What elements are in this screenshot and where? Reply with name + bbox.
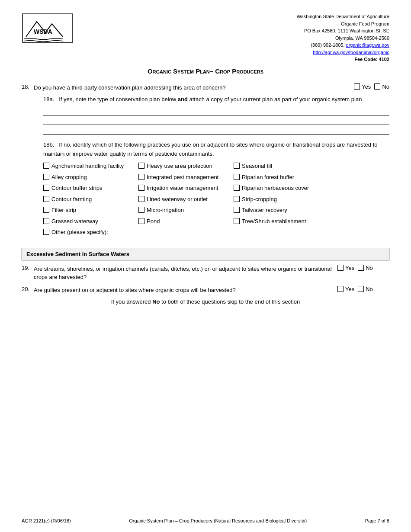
q19-text: Are streams, shorelines, or irrigation c…: [34, 265, 337, 282]
q19-number: 19.: [22, 265, 34, 271]
practice-riparian-herb: Riparian herbaceous cover: [234, 184, 324, 192]
practices-grid: Agrichemical handling facility Alley cro…: [43, 162, 389, 239]
practice-other: Other (please specify):: [43, 228, 134, 237]
header: WSDA Washington State Department of Agri…: [22, 13, 389, 63]
footer-right: Page 7 of 8: [365, 518, 389, 523]
practice-tailwater: Tailwater recovery: [234, 206, 324, 215]
q18b-text: If no, identify which of the following p…: [43, 141, 378, 157]
q18a-bold: and: [178, 96, 188, 103]
cb-micro-irrigation[interactable]: [138, 207, 144, 213]
cb-strip-cropping[interactable]: [234, 196, 240, 202]
practice-riparian-forest: Riparian forest buffer: [234, 173, 324, 182]
cb-riparian-herb[interactable]: [234, 185, 240, 191]
q20-yes-label[interactable]: Yes: [337, 286, 354, 292]
practice-ipm: Integrated pest management: [138, 173, 229, 182]
practice-agrichemical: Agrichemical handling facility: [43, 162, 134, 170]
practices-col3: Seasonal till Riparian forest buffer Rip…: [234, 162, 324, 239]
practice-filter-strip: Filter strip: [43, 206, 134, 215]
q18b-row: 18b. If no, identify which of the follow…: [43, 141, 389, 159]
q18-text: Do you have a third-party conservation p…: [34, 83, 337, 92]
cb-tree-shrub[interactable]: [234, 218, 240, 224]
cb-other[interactable]: [43, 229, 49, 235]
page-title: Organic System Plan– Crop Producers: [22, 67, 389, 75]
q18a-text-after: attach a copy of your current plan as pa…: [188, 96, 362, 103]
question-19-row: 19. Are streams, shorelines, or irrigati…: [22, 265, 389, 282]
cb-heavy-use[interactable]: [138, 163, 144, 169]
practice-contour-farming: Contour farming: [43, 195, 134, 204]
q18a-text-before: If yes, note the type of conservation pl…: [59, 96, 178, 103]
footer-center: Organic System Plan – Crop Producers (Na…: [129, 518, 307, 523]
q20-yesno: Yes No: [337, 286, 389, 292]
question-20-row: 20. Are gullies present on or adjacent t…: [22, 286, 389, 295]
q19-yesno: Yes No: [337, 265, 389, 271]
cb-irrigation[interactable]: [138, 185, 144, 191]
practice-grassed-waterway: Grassed waterway: [43, 217, 134, 226]
q18-number: 18.: [22, 83, 34, 90]
wsda-logo: WSDA: [22, 13, 74, 43]
svg-text:WSDA: WSDA: [34, 28, 52, 35]
question-18-row: 18. Do you have a third-party conservati…: [22, 83, 389, 92]
q18a-label: 18a.: [43, 96, 54, 103]
footer: AGR 2121(e) (R/06/18) Organic System Pla…: [22, 518, 389, 523]
cb-pond[interactable]: [138, 218, 144, 224]
email-link[interactable]: organic@agr.wa.gov: [346, 42, 389, 48]
q18-yes-label[interactable]: Yes: [354, 83, 371, 90]
header-text: Washington State Department of Agricultu…: [297, 13, 389, 63]
practice-contour-buffer: Contour buffer strips: [43, 184, 134, 192]
q20-number: 20.: [22, 286, 34, 292]
skip-note: If you answered No to both of these ques…: [22, 298, 389, 305]
cb-agrichemical[interactable]: [43, 163, 49, 169]
q18-yesno: Yes No: [337, 83, 389, 90]
answer-line-1: [43, 108, 389, 115]
q18b-label: 18b.: [43, 141, 54, 148]
q18-no-checkbox[interactable]: [374, 83, 380, 90]
practice-micro-irrigation: Micro-irrigation: [138, 206, 229, 215]
q19-yes-checkbox[interactable]: [337, 265, 344, 271]
cb-ipm[interactable]: [138, 174, 144, 180]
answer-line-2: [43, 117, 389, 125]
cb-riparian-forest[interactable]: [234, 174, 240, 180]
footer-left: AGR 2121(e) (R/06/18): [22, 518, 71, 523]
q20-text: Are gullies present on or adjacent to si…: [34, 286, 337, 295]
cb-seasonal-till[interactable]: [234, 163, 240, 169]
q18a-row: 18a. If yes, note the type of conservati…: [43, 95, 389, 104]
practice-tree-shrub: Tree/Shrub establishment: [234, 217, 324, 226]
q20-yes-checkbox[interactable]: [337, 286, 344, 292]
q19-no-checkbox[interactable]: [358, 265, 364, 271]
practice-alley-cropping: Alley cropping: [43, 173, 134, 182]
practice-irrigation: Irrigation water management: [138, 184, 229, 192]
q20-no-checkbox[interactable]: [358, 286, 364, 292]
practice-seasonal-till: Seasonal till: [234, 162, 324, 170]
practices-col1: Agrichemical handling facility Alley cro…: [43, 162, 134, 239]
logo: WSDA: [22, 13, 91, 45]
section-box-excessive-sediment: Excessive Sediment in Surface Waters: [22, 248, 389, 260]
q19-yes-label[interactable]: Yes: [337, 265, 354, 271]
website-link[interactable]: http://agr.wa.gov/foodanimal/organic: [313, 50, 389, 55]
cb-contour-farming[interactable]: [43, 196, 49, 202]
practice-lined-waterway: Lined waterway or outlet: [138, 195, 229, 204]
cb-alley-cropping[interactable]: [43, 174, 49, 180]
cb-lined-waterway[interactable]: [138, 196, 144, 202]
cb-filter-strip[interactable]: [43, 207, 49, 213]
q19-no-label[interactable]: No: [358, 265, 373, 271]
practices-col2: Heavy use area protection Integrated pes…: [138, 162, 229, 239]
practice-heavy-use: Heavy use area protection: [138, 162, 229, 170]
cb-grassed-waterway[interactable]: [43, 218, 49, 224]
q20-no-label[interactable]: No: [358, 286, 373, 292]
cb-tailwater[interactable]: [234, 207, 240, 213]
practice-strip-cropping: Strip-cropping: [234, 195, 324, 204]
fee-code: Fee Code: 4102: [297, 56, 389, 63]
practice-pond: Pond: [138, 217, 229, 226]
section-box-title: Excessive Sediment in Surface Waters: [26, 251, 129, 257]
q18-no-label[interactable]: No: [374, 83, 389, 90]
cb-contour-buffer[interactable]: [43, 185, 49, 191]
answer-line-3: [43, 127, 389, 135]
q18-yes-checkbox[interactable]: [354, 83, 360, 90]
